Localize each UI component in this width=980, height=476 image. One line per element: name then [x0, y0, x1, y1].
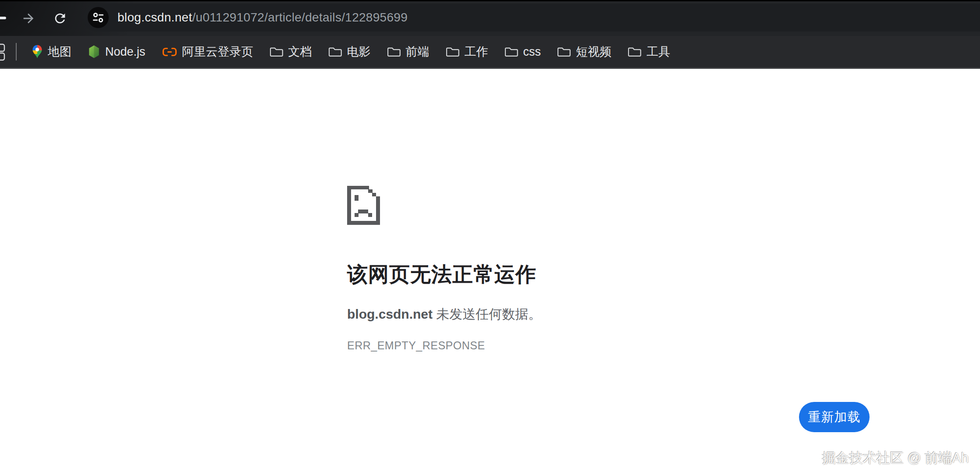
bookmark-item-电影[interactable]: 电影: [320, 40, 379, 64]
bookmark-item-阿里云登录页[interactable]: 阿里云登录页: [154, 40, 262, 64]
bookmark-item-css[interactable]: css: [497, 40, 550, 64]
reload-page-button[interactable]: 重新加载: [799, 402, 870, 432]
bookmark-label: 前端: [406, 44, 430, 60]
bookmark-label: 短视频: [576, 44, 611, 60]
bookmark-item-工作[interactable]: 工作: [438, 40, 497, 64]
nodejs-hexagon-icon: [88, 45, 100, 58]
bookmark-item-工具[interactable]: 工具: [620, 40, 678, 64]
error-page: 该网页无法正常运作 blog.csdn.net 未发送任何数据。 ERR_EMP…: [0, 69, 980, 476]
url-bar[interactable]: blog.csdn.net/u011291072/article/details…: [83, 4, 980, 32]
back-icon[interactable]: [0, 17, 6, 19]
error-title: 该网页无法正常运作: [347, 261, 536, 288]
bookmark-item-Node.js[interactable]: Node.js: [80, 40, 154, 64]
apps-grid-icon[interactable]: [0, 43, 6, 61]
bookmark-item-短视频[interactable]: 短视频: [549, 40, 620, 64]
forward-icon: [21, 11, 36, 26]
google-maps-pin-icon: [32, 45, 43, 59]
forward-button[interactable]: [20, 10, 37, 27]
folder-icon: [628, 46, 641, 57]
folder-icon: [329, 46, 342, 57]
browser-toolbar: blog.csdn.net/u011291072/article/details…: [0, 1, 980, 36]
bookmark-label: 工作: [465, 44, 488, 60]
error-code: ERR_EMPTY_RESPONSE: [347, 339, 485, 352]
error-message-rest: 未发送任何数据。: [433, 307, 541, 321]
url-domain: blog.csdn.net: [117, 11, 192, 24]
site-tune-icon: [92, 11, 105, 24]
watermark-text: 掘金技术社区 @ 前端Ah: [822, 449, 969, 467]
folder-icon: [387, 46, 401, 57]
error-message: blog.csdn.net 未发送任何数据。: [347, 305, 541, 323]
bookmark-item-地图[interactable]: 地图: [24, 40, 80, 64]
reload-icon: [53, 11, 67, 26]
sad-file-icon: [347, 186, 380, 225]
folder-icon: [446, 46, 459, 57]
bookmark-item-文档[interactable]: 文档: [262, 40, 320, 64]
aliyun-brackets-icon: [162, 47, 177, 57]
folder-icon: [505, 46, 518, 57]
bookmark-label: 阿里云登录页: [182, 44, 253, 60]
reload-button[interactable]: [52, 10, 68, 27]
bookmarks-bar: 地图Node.js阿里云登录页文档电影前端工作css短视频工具: [0, 36, 980, 69]
url-text: blog.csdn.net/u011291072/article/details…: [117, 4, 408, 32]
site-info-button[interactable]: [88, 7, 109, 28]
bookmark-item-前端[interactable]: 前端: [379, 40, 438, 64]
bookmark-label: 文档: [288, 44, 312, 60]
bookmarks-divider: [16, 43, 17, 60]
bookmark-label: css: [523, 45, 541, 59]
folder-icon: [557, 46, 571, 57]
bookmark-label: 工具: [646, 44, 670, 60]
bookmark-label: 电影: [347, 44, 371, 60]
bookmark-items: 地图Node.js阿里云登录页文档电影前端工作css短视频工具: [24, 36, 678, 67]
folder-icon: [270, 46, 283, 57]
error-message-domain: blog.csdn.net: [347, 307, 433, 321]
bookmark-label: Node.js: [105, 45, 146, 59]
bookmark-label: 地图: [48, 44, 71, 60]
url-path: /u011291072/article/details/122895699: [192, 11, 408, 24]
